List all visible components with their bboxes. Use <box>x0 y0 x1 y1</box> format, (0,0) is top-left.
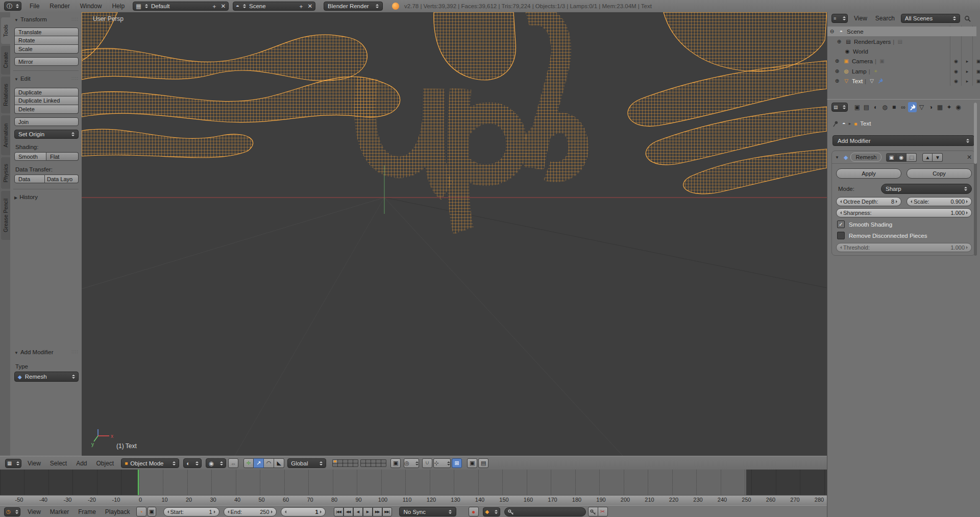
shade-smooth-button[interactable]: Smooth <box>14 152 46 161</box>
scale-field[interactable]: Scale:0.900 <box>906 197 972 206</box>
viewport-3d[interactable]: User Persp x y (1) Text <box>82 12 827 456</box>
selectable-pointer-icon[interactable]: ▸ <box>962 66 972 76</box>
smooth-shading-checkbox[interactable]: ✓ <box>837 220 845 228</box>
timeline-menu-view[interactable]: View <box>28 508 41 515</box>
properties-tab-object-data-icon[interactable]: ▽ <box>917 102 926 112</box>
layer-cell[interactable] <box>371 460 376 463</box>
render-restrict-icon[interactable]: ▣ <box>973 76 980 86</box>
current-frame-marker[interactable] <box>138 470 139 495</box>
menu-help[interactable]: Help <box>112 3 125 10</box>
move-modifier-down-button[interactable]: ▼ <box>933 153 943 162</box>
next-keyframe-button[interactable]: ▶▶ <box>373 507 382 516</box>
duplicate-linked-button[interactable]: Duplicate Linked <box>14 96 79 105</box>
apply-modifier-button[interactable]: Apply <box>836 168 901 179</box>
opengl-animation-button[interactable]: ▤ <box>478 458 488 468</box>
layer-cell[interactable] <box>361 463 365 466</box>
opengl-render-button[interactable]: ▣ <box>467 458 477 468</box>
move-modifier-up-button[interactable]: ▲ <box>922 153 933 162</box>
layer-cell[interactable] <box>366 460 371 463</box>
scrollbar-thumb[interactable] <box>974 103 977 164</box>
render-engine-selector[interactable]: Blender Render <box>324 2 383 11</box>
timeline-menu-frame[interactable]: Frame <box>78 508 96 515</box>
panel-header-edit[interactable]: ▼Edit <box>14 76 31 82</box>
insert-keyframe-button[interactable] <box>588 507 598 516</box>
outliner-menu-search[interactable]: Search <box>875 15 895 22</box>
tab-relations[interactable]: Relations <box>1 77 10 113</box>
sync-mode-selector[interactable]: No Sync <box>399 507 456 516</box>
selectable-pointer-icon[interactable]: ▸ <box>962 56 972 66</box>
sharpness-field[interactable]: Sharpness:1.000 <box>836 208 972 217</box>
rotate-button[interactable]: Rotate <box>14 36 79 45</box>
snap-toggle-button[interactable]: ∩ <box>422 458 432 468</box>
layer-cell[interactable] <box>343 460 348 463</box>
join-button[interactable]: Join <box>14 117 79 126</box>
layer-cell[interactable] <box>348 460 353 463</box>
tab-tools[interactable]: Tools <box>1 17 10 44</box>
properties-tab-material-icon[interactable]: ◑ <box>926 102 935 112</box>
jump-to-end-button[interactable]: ▶▶| <box>382 507 392 516</box>
set-origin-menu[interactable]: Set Origin <box>14 130 79 139</box>
mirror-button[interactable]: Mirror <box>14 57 79 66</box>
render-restrict-icon[interactable]: ▣ <box>973 56 980 66</box>
properties-tab-texture-icon[interactable]: ▦ <box>936 102 944 112</box>
properties-tab-object-icon[interactable]: ■ <box>890 102 898 112</box>
modifier-viewport-toggle[interactable]: ◉ <box>896 153 906 162</box>
remesh-mode-dropdown[interactable]: Sharp <box>881 184 972 194</box>
translate-button[interactable]: Translate <box>14 28 79 36</box>
rotate-manipulator-button[interactable]: ◠ <box>264 458 274 468</box>
properties-tab-modifiers-icon[interactable] <box>908 102 917 112</box>
selectable-pointer-icon[interactable]: ▸ <box>962 76 972 86</box>
timeline-menu-playback[interactable]: Playback <box>105 508 130 515</box>
modifier-name-field[interactable]: Remesh <box>850 153 881 162</box>
collapse-icon[interactable]: ⊖ <box>828 29 836 34</box>
outliner-row-renderlayers[interactable]: ⊕ ▤ RenderLayers | ▤ <box>827 37 976 46</box>
layer-cell[interactable] <box>333 460 337 463</box>
viewport-menu-select[interactable]: Select <box>50 460 67 467</box>
active-keying-set-field[interactable] <box>504 507 586 516</box>
outliner-row-scene[interactable]: ⊖ ◓ Scene <box>827 27 976 36</box>
tab-physics[interactable]: Physics <box>1 157 10 189</box>
editor-type-properties-button[interactable]: ▤ <box>831 103 848 112</box>
panel-header-add-modifier[interactable]: ▼Add Modifier <box>14 349 53 355</box>
menu-window[interactable]: Window <box>80 3 102 10</box>
panel-grip[interactable]: :::: <box>71 16 79 21</box>
shade-flat-button[interactable]: Flat <box>46 152 79 161</box>
translate-manipulator-button[interactable]: ↗ <box>254 458 264 468</box>
expand-icon[interactable]: ⊕ <box>836 39 843 44</box>
hide-eye-icon[interactable]: ◉ <box>951 76 961 86</box>
editor-type-info-button[interactable]: ⓘ <box>4 2 21 11</box>
layer-cell[interactable] <box>381 460 386 463</box>
editor-type-3dview-button[interactable]: ▦ <box>5 459 21 468</box>
layer-cell[interactable] <box>343 463 348 466</box>
scale-manipulator-button[interactable]: ◣ <box>274 458 284 468</box>
snap-element-selector[interactable]: ⊹ <box>433 458 451 468</box>
proportional-edit-selector[interactable]: ◎ <box>404 458 419 468</box>
delete-keyframe-button[interactable]: ✂ <box>598 507 608 516</box>
frame-start-field[interactable]: Start:1 <box>163 507 219 516</box>
tab-grease-pencil[interactable]: Grease Pencil <box>1 191 10 240</box>
viewport-menu-add[interactable]: Add <box>76 460 87 467</box>
timeline-menu-marker[interactable]: Marker <box>50 508 69 515</box>
properties-tab-world-icon[interactable]: ◍ <box>880 102 889 112</box>
layer-cell[interactable] <box>376 460 381 463</box>
snap-target-button[interactable]: ⊞ <box>452 458 462 468</box>
layer-cell[interactable] <box>376 463 381 466</box>
use-preview-range-button[interactable]: ◔ <box>136 507 146 516</box>
layer-cell[interactable] <box>361 460 365 463</box>
record-button[interactable]: ● <box>469 507 479 516</box>
properties-tab-render-icon[interactable]: ▣ <box>853 102 862 112</box>
render-restrict-icon[interactable]: ▣ <box>973 66 980 76</box>
hide-eye-icon[interactable]: ◉ <box>951 56 961 66</box>
outliner-row-world[interactable]: ◉ World <box>827 46 976 56</box>
data-transfer-data-button[interactable]: Data <box>14 175 45 183</box>
play-button[interactable]: ▶ <box>363 507 373 516</box>
panel-grip[interactable]: :::: <box>71 76 79 81</box>
breadcrumb-object-name[interactable]: Text <box>860 120 871 127</box>
layer-cell[interactable] <box>338 460 342 463</box>
layer-cell[interactable] <box>366 463 371 466</box>
properties-tab-constraints-icon[interactable]: ∞ <box>899 102 908 112</box>
viewport-menu-view[interactable]: View <box>28 460 41 467</box>
display-mode-selector[interactable]: All Scenes <box>901 14 960 23</box>
expand-icon[interactable]: ⊕ <box>834 78 841 84</box>
pivot-point-selector[interactable]: ◉ <box>206 458 226 468</box>
